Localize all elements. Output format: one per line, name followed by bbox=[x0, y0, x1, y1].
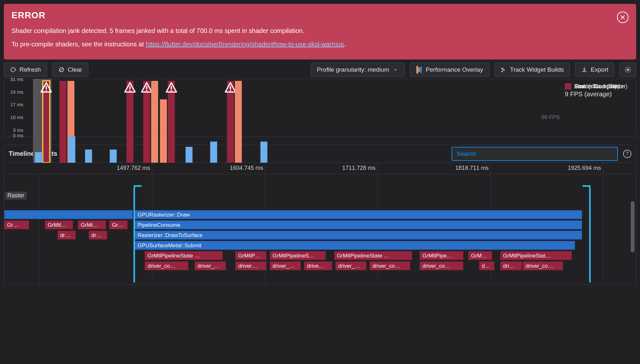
flame-segment[interactable]: driver_co… bbox=[523, 261, 563, 270]
svg-rect-8 bbox=[35, 152, 42, 163]
svg-rect-22 bbox=[186, 147, 193, 163]
flame-segment[interactable]: PipelineConsume bbox=[135, 220, 582, 229]
flame-segment[interactable]: dri… bbox=[500, 261, 522, 270]
legend-swatch bbox=[565, 83, 571, 90]
refresh-label: Refresh bbox=[20, 66, 41, 73]
settings-button[interactable] bbox=[620, 63, 636, 77]
frame-bars bbox=[4, 79, 562, 163]
refresh-icon bbox=[10, 67, 16, 73]
flame-segment[interactable]: driver_co… bbox=[145, 261, 188, 270]
flame-segment[interactable]: drive… bbox=[304, 261, 332, 270]
track-icon bbox=[500, 67, 507, 73]
svg-rect-9 bbox=[60, 81, 67, 163]
svg-rect-14 bbox=[126, 81, 133, 163]
svg-rect-3 bbox=[501, 71, 503, 72]
svg-rect-13 bbox=[110, 149, 117, 162]
svg-point-25 bbox=[230, 90, 231, 91]
timeline-help-button[interactable]: ? bbox=[623, 150, 631, 158]
flame-segment[interactable]: driver_co… bbox=[420, 261, 463, 270]
time-tick: 1604.745 ms bbox=[230, 165, 265, 171]
svg-rect-12 bbox=[85, 149, 92, 162]
clear-label: Clear bbox=[68, 66, 82, 73]
error-doc-link[interactable]: https://flutter.dev/docs/perf/rendering/… bbox=[146, 41, 344, 48]
time-tick: 1818.711 ms bbox=[455, 165, 491, 171]
error-title: ERROR bbox=[12, 10, 628, 20]
flame-segment[interactable]: GrMtl… bbox=[45, 220, 73, 229]
svg-point-7 bbox=[45, 90, 47, 91]
bars-icon bbox=[416, 67, 422, 73]
error-msg-2-prefix: To pre-compile shaders, see the instruct… bbox=[12, 41, 146, 48]
svg-rect-16 bbox=[143, 81, 150, 163]
svg-point-17 bbox=[146, 90, 147, 91]
flame-segment[interactable]: GPURasterizer::Draw bbox=[135, 210, 582, 219]
raster-lane-tag: Raster bbox=[5, 192, 27, 200]
flame-segment[interactable]: GrMtlPipelineS… bbox=[270, 251, 326, 260]
error-banner: ERROR Shader compilation jank detected. … bbox=[4, 4, 636, 59]
svg-point-4 bbox=[627, 69, 629, 71]
track-widget-builds-button[interactable]: Track Widget Builds bbox=[494, 63, 570, 77]
performance-overlay-button[interactable]: Performance Overlay bbox=[410, 63, 489, 77]
svg-rect-19 bbox=[160, 99, 167, 163]
flame-segment[interactable]: driver… bbox=[235, 261, 267, 270]
svg-rect-23 bbox=[210, 142, 217, 163]
flame-segment[interactable] bbox=[4, 210, 133, 219]
timeline-flame-chart[interactable]: 1497.762 ms1604.745 ms1711.728 ms1818.71… bbox=[4, 163, 636, 284]
svg-point-15 bbox=[129, 90, 131, 91]
legend: Frame Time (UI)Frame Time (Raster)Jank (… bbox=[562, 79, 636, 137]
flame-segment[interactable]: GrMtlPipelineState … bbox=[334, 251, 412, 260]
error-msg-1: Shader compilation jank detected. 5 fram… bbox=[12, 26, 628, 36]
error-close-button[interactable] bbox=[617, 12, 628, 23]
time-tick: 1711.728 ms bbox=[342, 165, 378, 171]
flame-segment[interactable]: driver_… bbox=[195, 261, 226, 270]
timeline-panel: Timeline Events ? 1497.762 ms1604.745 ms… bbox=[4, 145, 636, 285]
flame-segment[interactable]: dr… bbox=[89, 231, 108, 240]
export-label: Export bbox=[591, 66, 608, 73]
svg-rect-20 bbox=[168, 81, 175, 163]
flame-segment[interactable]: Rasterizer::DrawToSurface bbox=[135, 231, 582, 240]
svg-rect-11 bbox=[68, 136, 76, 163]
time-tick: 1497.762 ms bbox=[117, 165, 152, 171]
download-icon bbox=[581, 67, 588, 73]
chevron-down-icon bbox=[392, 67, 399, 73]
svg-rect-6 bbox=[43, 81, 50, 163]
svg-point-21 bbox=[171, 90, 172, 91]
close-icon bbox=[620, 14, 626, 20]
flame-segment[interactable]: GrM… bbox=[468, 251, 492, 260]
svg-rect-2 bbox=[502, 69, 505, 70]
svg-rect-27 bbox=[260, 142, 268, 163]
flame-segment[interactable]: GrMtlP… bbox=[235, 251, 267, 260]
frame-chart[interactable]: 0 ms3 ms10 ms17 ms24 ms31 ms 60 FPS bbox=[4, 79, 562, 137]
flame-segment[interactable]: Gr… bbox=[109, 220, 128, 229]
fps-marker: 60 FPS bbox=[541, 114, 560, 121]
flame-segment[interactable]: GrMtlPipelineState … bbox=[145, 251, 223, 260]
flame-segment[interactable]: Gr… bbox=[4, 220, 29, 229]
legend-label: Shader Compilation bbox=[574, 83, 625, 90]
gear-icon bbox=[624, 66, 631, 73]
legend-item: Shader Compilation bbox=[565, 82, 625, 91]
flame-segment[interactable]: driver_… bbox=[335, 261, 367, 270]
svg-rect-1 bbox=[501, 68, 503, 69]
flame-segment[interactable]: dr… bbox=[57, 231, 76, 240]
flame-segment[interactable]: GrMt… bbox=[78, 220, 106, 229]
clear-button[interactable]: Clear bbox=[52, 63, 88, 77]
flame-segment[interactable]: GrMtlPipelineStat… bbox=[500, 251, 572, 260]
flame-segment[interactable]: GPUSurfaceMetal::Submit bbox=[135, 241, 575, 250]
ban-icon bbox=[58, 67, 65, 73]
refresh-button[interactable]: Refresh bbox=[4, 63, 47, 77]
svg-rect-26 bbox=[235, 81, 242, 163]
error-msg-2: To pre-compile shaders, see the instruct… bbox=[12, 39, 628, 49]
performance-overlay-label: Performance Overlay bbox=[426, 66, 483, 73]
flame-segment[interactable]: GrMtlPipe… bbox=[420, 251, 463, 260]
svg-rect-24 bbox=[227, 81, 234, 163]
error-msg-2-suffix: . bbox=[344, 41, 346, 48]
timeline-scrollbar[interactable] bbox=[631, 201, 635, 252]
export-button[interactable]: Export bbox=[575, 63, 614, 77]
toolbar: Refresh Clear Profile granularity: mediu… bbox=[4, 63, 636, 77]
granularity-label: Profile granularity: medium bbox=[317, 66, 389, 73]
flame-segment[interactable]: d… bbox=[479, 261, 495, 270]
avg-fps: 9 FPS (average) bbox=[565, 91, 633, 98]
granularity-dropdown[interactable]: Profile granularity: medium bbox=[311, 63, 405, 77]
flame-segment[interactable]: driver_… bbox=[270, 261, 301, 270]
time-tick: 1925.694 ms bbox=[568, 165, 603, 171]
flame-segment[interactable]: driver_co… bbox=[370, 261, 410, 270]
